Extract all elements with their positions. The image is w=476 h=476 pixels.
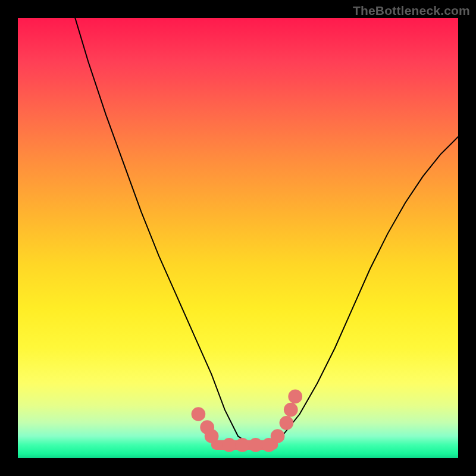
right-cluster-dot-3 — [284, 403, 298, 417]
curve-markers — [192, 390, 302, 452]
left-cluster-dot-1 — [192, 407, 206, 421]
bottleneck-curve-path — [75, 18, 458, 445]
plot-area — [18, 18, 458, 458]
flat-dot-1 — [222, 438, 236, 452]
left-cluster-dot-3 — [205, 429, 219, 443]
bottleneck-curve — [75, 18, 458, 445]
flat-dot-3 — [249, 438, 263, 452]
watermark-text: TheBottleneck.com — [353, 4, 470, 18]
right-cluster-dot-1 — [271, 429, 285, 443]
outer-black-frame: TheBottleneck.com — [0, 0, 476, 476]
chart-svg — [18, 18, 458, 458]
flat-dot-2 — [236, 438, 250, 452]
right-cluster-dot-4 — [288, 390, 302, 404]
right-cluster-dot-2 — [280, 416, 294, 430]
